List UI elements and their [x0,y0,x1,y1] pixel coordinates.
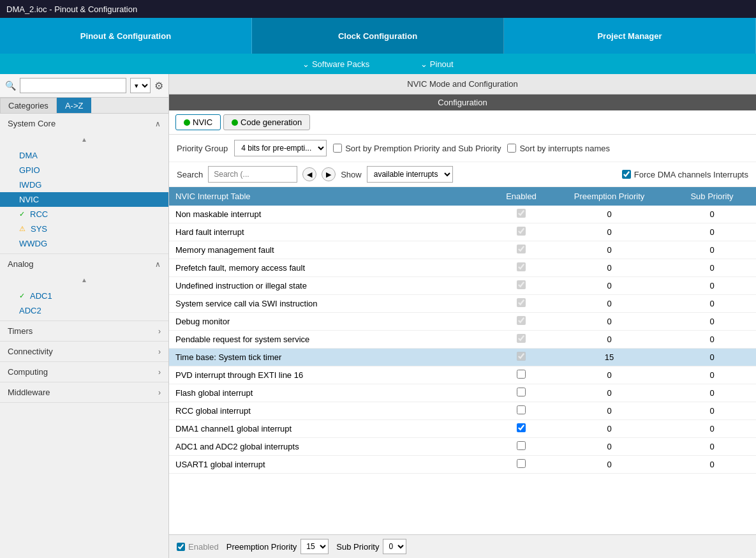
sidebar-item-gpio[interactable]: GPIO [0,163,168,177]
section-analog: Analog ∧ ▲ ADC1 ADC2 [0,254,168,321]
interrupt-enabled[interactable] [492,384,551,402]
table-row: Non maskable interrupt00 [169,206,756,223]
tab-categories[interactable]: Categories [0,98,57,113]
sort-preemption-group: Sort by Premption Priority and Sub Prior… [333,144,501,153]
bottom-preemption-select[interactable]: 15 14 0 [300,539,329,554]
sidebar-search-input[interactable] [20,78,126,93]
interrupt-enabled[interactable] [492,295,551,313]
table-scroll[interactable]: NVIC Interrupt Table Enabled Preemption … [169,187,756,534]
show-select[interactable]: available interrupts all interrupts [367,166,453,183]
section-computing-header[interactable]: Computing › [0,362,168,382]
interrupt-enabled[interactable] [492,456,551,474]
interrupt-enabled[interactable] [492,241,551,259]
sub-priority-value: 0 [668,349,756,366]
section-system-core: System Core ∧ ▲ DMA GPIO IWDG NVIC [0,114,168,254]
interrupt-enabled[interactable] [492,349,551,366]
interrupt-enabled[interactable] [492,277,551,295]
preemption-priority-value: 15 [551,349,668,366]
interrupt-enabled[interactable] [492,366,551,384]
sidebar-item-iwdg[interactable]: IWDG [0,177,168,192]
col-interrupt-name: NVIC Interrupt Table [169,187,492,206]
interrupt-enabled[interactable] [492,313,551,331]
enabled-checkbox[interactable] [517,459,526,468]
sidebar-item-sys[interactable]: SYS [0,222,168,236]
enabled-checkbox[interactable] [517,441,526,450]
tab-nvic[interactable]: NVIC [175,114,221,130]
enabled-checkbox[interactable] [517,245,526,253]
table-row: DMA1 channel1 global interrupt00 [169,420,756,438]
sidebar-dropdown[interactable]: ▾ [130,78,151,93]
search-icon: 🔍 [5,80,16,91]
enabled-checkbox[interactable] [517,280,526,289]
category-tabs: Categories A->Z [0,98,168,114]
sub-priority-value: 0 [668,313,756,331]
enabled-checkbox[interactable] [517,370,526,379]
priority-group-label: Priority Group [177,144,228,153]
interrupt-enabled[interactable] [492,402,551,420]
sub-priority-value: 0 [668,366,756,384]
interrupt-enabled[interactable] [492,331,551,349]
bottom-subpriority-label: Sub Priority [336,542,379,552]
sort-interrupts-group: Sort by interrupts names [507,144,610,153]
section-analog-header[interactable]: Analog ∧ [0,254,168,274]
col-enabled: Enabled [492,187,551,206]
search-row: Search ◀ ▶ Show available interrupts all… [169,162,756,187]
interrupt-name: Time base: System tick timer [169,349,492,366]
enabled-checkbox[interactable] [517,262,526,271]
preemption-priority-value: 0 [551,259,668,277]
pinout-nav[interactable]: ⌄ Pinout [420,59,453,69]
software-packs-nav[interactable]: ⌄ Software Packs [302,59,369,69]
tab-pinout[interactable]: Pinout & Configuration [0,18,252,54]
section-connectivity-header[interactable]: Connectivity › [0,342,168,361]
tab-project[interactable]: Project Manager [504,18,756,54]
enabled-checkbox[interactable] [517,316,526,325]
config-section-header: Configuration [169,94,756,110]
enabled-checkbox[interactable] [517,334,526,343]
interrupt-enabled[interactable] [492,223,551,241]
search-input[interactable] [208,166,297,183]
tab-clock[interactable]: Clock Configuration [252,18,504,54]
tab-atoz[interactable]: A->Z [57,98,92,113]
section-middleware-header[interactable]: Middleware › [0,382,168,402]
section-timers-header[interactable]: Timers › [0,321,168,341]
interrupt-enabled[interactable] [492,206,551,223]
sort-interrupts-checkbox[interactable] [507,144,516,153]
table-row: USART1 global interrupt00 [169,456,756,474]
sidebar-item-adc1[interactable]: ADC1 [0,289,168,303]
enabled-checkbox[interactable] [517,388,526,396]
table-row: Prefetch fault, memory access fault00 [169,259,756,277]
search-next-btn[interactable]: ▶ [322,167,336,181]
interrupt-enabled[interactable] [492,420,551,438]
enabled-checkbox[interactable] [517,352,526,361]
top-nav: Pinout & Configuration Clock Configurati… [0,18,756,54]
section-middleware: Middleware › [0,382,168,403]
enabled-checkbox[interactable] [517,423,526,432]
sort-preemption-checkbox[interactable] [333,144,342,153]
table-row: Debug monitor00 [169,313,756,331]
sub-priority-value: 0 [668,241,756,259]
bottom-enabled-checkbox[interactable] [177,543,185,551]
interrupt-name: RCC global interrupt [169,402,492,420]
sidebar-item-rcc[interactable]: RCC [0,207,168,222]
sidebar-item-adc2[interactable]: ADC2 [0,303,168,318]
interrupt-enabled[interactable] [492,438,551,456]
sidebar-item-wwdg[interactable]: WWDG [0,236,168,251]
col-preemption: Preemption Priority [551,187,668,206]
sidebar-item-nvic[interactable]: NVIC [0,192,168,207]
enabled-checkbox[interactable] [517,227,526,236]
interrupt-name: DMA1 channel1 global interrupt [169,420,492,438]
gear-icon[interactable]: ⚙ [154,80,163,92]
section-system-core-header[interactable]: System Core ∧ [0,114,168,133]
priority-group-select[interactable]: 4 bits for pre-empti... [234,140,327,156]
enabled-checkbox[interactable] [517,209,526,218]
tab-code-generation[interactable]: Code generation [223,114,310,130]
sidebar-item-dma[interactable]: DMA [0,148,168,163]
table-header: NVIC Interrupt Table Enabled Preemption … [169,187,756,206]
bottom-subpriority-select[interactable]: 0 1 2 [383,539,406,554]
force-dma-checkbox[interactable] [622,170,631,179]
interrupt-name: Undefined instruction or illegal state [169,277,492,295]
interrupt-enabled[interactable] [492,259,551,277]
search-prev-btn[interactable]: ◀ [302,167,316,181]
enabled-checkbox[interactable] [517,298,526,307]
enabled-checkbox[interactable] [517,405,526,414]
